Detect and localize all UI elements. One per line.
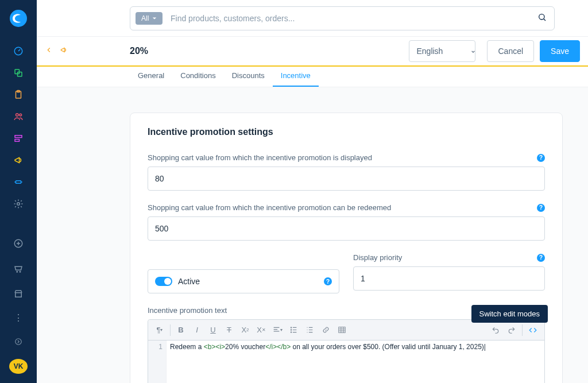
help-icon[interactable]: ?: [537, 254, 545, 262]
content-icon[interactable]: [9, 131, 28, 146]
back-arrow-icon[interactable]: [45, 46, 53, 56]
svg-point-11: [17, 203, 20, 206]
svg-point-20: [291, 332, 291, 332]
display-from-label: Shopping cart value from which the incen…: [148, 153, 372, 162]
line-gutter: 1: [148, 341, 167, 383]
svg-rect-21: [338, 327, 345, 333]
promotion-icon[interactable]: [60, 46, 68, 56]
code-mode-icon[interactable]: [526, 323, 540, 337]
svg-rect-10: [16, 181, 21, 184]
list-bullet-icon[interactable]: [303, 323, 316, 337]
priority-label: Display priority: [353, 253, 402, 262]
svg-point-6: [16, 114, 19, 117]
active-toggle-box: Active ?: [148, 269, 339, 293]
catalog-icon[interactable]: [9, 65, 28, 80]
svg-rect-9: [15, 140, 20, 142]
customers-icon[interactable]: [9, 109, 28, 124]
page-title: 20%: [130, 46, 148, 56]
paragraph-icon[interactable]: ¶▾: [153, 323, 167, 337]
search-scope-pill[interactable]: All: [136, 12, 163, 25]
editor-toolbar: ¶▾ B I U T X2 X✕ ▾: [148, 320, 544, 341]
text-editor: ¶▾ B I U T X2 X✕ ▾: [148, 319, 545, 383]
redeem-from-input[interactable]: [148, 216, 545, 241]
dashboard-icon[interactable]: [9, 44, 28, 59]
tab-conditions[interactable]: Conditions: [172, 71, 223, 87]
svg-rect-8: [15, 136, 22, 138]
strike-icon[interactable]: T: [222, 323, 236, 337]
marketing-icon[interactable]: [9, 153, 28, 168]
undo-icon[interactable]: [489, 323, 502, 337]
svg-rect-15: [16, 293, 22, 297]
display-from-input[interactable]: [148, 167, 545, 191]
orders-icon[interactable]: [9, 87, 28, 102]
svg-point-7: [20, 114, 22, 116]
tab-incentive[interactable]: Incentive: [273, 71, 319, 87]
topbar: All: [37, 0, 588, 37]
tab-general[interactable]: General: [130, 71, 172, 87]
search-input[interactable]: [130, 6, 555, 30]
editor-body[interactable]: 1 Redeem a <b><i>20% voucher</i></b> on …: [148, 341, 544, 383]
main-area: All 20% English Cancel Save: [37, 0, 588, 383]
help-icon[interactable]: ?: [537, 204, 545, 212]
svg-point-19: [291, 330, 291, 330]
search-scope-label: All: [141, 14, 149, 22]
add-icon[interactable]: [9, 234, 28, 253]
help-icon[interactable]: ?: [324, 277, 332, 285]
svg-point-14: [20, 272, 21, 273]
card-title: Incentive promotion settings: [148, 127, 545, 137]
extensions-icon[interactable]: [9, 175, 28, 189]
priority-input[interactable]: [353, 266, 545, 291]
cancel-button[interactable]: Cancel: [487, 40, 534, 62]
tabs: General Conditions Discounts Incentive: [37, 67, 588, 87]
svg-point-17: [539, 14, 544, 19]
active-label: Active: [178, 277, 200, 286]
cart-icon[interactable]: [9, 260, 28, 278]
separator: [522, 324, 523, 336]
svg-point-18: [291, 327, 291, 328]
language-select[interactable]: English: [409, 40, 475, 62]
collapse-icon[interactable]: [9, 332, 28, 351]
svg-point-16: [16, 339, 22, 345]
superscript-icon[interactable]: X2: [238, 323, 252, 337]
page-header: 20% English Cancel Save: [37, 37, 588, 67]
more-icon[interactable]: ⋮: [14, 312, 23, 323]
settings-icon[interactable]: [9, 196, 28, 211]
svg-point-0: [10, 10, 27, 27]
app-logo[interactable]: [9, 9, 28, 28]
redeem-from-label: Shopping cart value from which the incen…: [148, 203, 391, 212]
save-button[interactable]: Save: [540, 40, 580, 62]
svg-point-13: [17, 272, 18, 273]
sidebar: ⋮ VK: [0, 0, 37, 383]
editor-label: Incentive promotion text: [148, 306, 227, 315]
list-ordered-icon[interactable]: [287, 323, 300, 337]
search-icon[interactable]: [537, 13, 547, 24]
underline-icon[interactable]: U: [206, 323, 220, 337]
tab-discounts[interactable]: Discounts: [224, 71, 273, 87]
bold-icon[interactable]: B: [174, 323, 188, 337]
link-icon[interactable]: [319, 323, 332, 337]
tooltip: Switch edit modes: [471, 305, 548, 323]
active-toggle[interactable]: [155, 277, 172, 286]
user-avatar[interactable]: VK: [9, 359, 28, 374]
italic-icon[interactable]: I: [190, 323, 204, 337]
table-icon[interactable]: [335, 323, 349, 337]
redo-icon[interactable]: [505, 323, 519, 337]
store-icon[interactable]: [9, 285, 28, 303]
code-area[interactable]: Redeem a <b><i>20% voucher</i></b> on al…: [167, 341, 544, 383]
settings-card: Incentive promotion settings Shopping ca…: [130, 113, 563, 383]
help-icon[interactable]: ?: [537, 154, 545, 162]
align-icon[interactable]: ▾: [270, 323, 284, 337]
content: Incentive promotion settings Shopping ca…: [37, 87, 588, 383]
separator: [170, 324, 171, 336]
clear-format-icon[interactable]: X✕: [254, 323, 268, 337]
